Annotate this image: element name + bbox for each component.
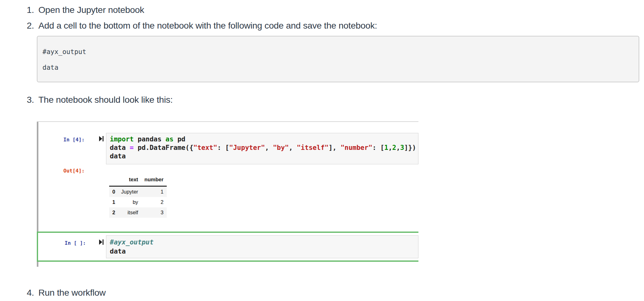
run-cell-icon: [99, 239, 104, 245]
step-3: 3. The notebook should look like this:: [27, 94, 639, 106]
code-cell-input-2: #ayx_outputdata: [106, 235, 418, 258]
step-2: 2. Add a cell to the bottom of the noteb…: [27, 19, 639, 31]
output-prompt: Out[4]:: [37, 168, 85, 174]
step-2-number: 2.: [27, 19, 38, 31]
input-prompt-cell-1: In [4]:: [37, 137, 85, 143]
notebook-screenshot: In [4]: import pandas as pddata = pd.Dat…: [37, 121, 418, 267]
step-4-text: Run the workflow: [38, 287, 106, 298]
step-1: 1. Open the Jupyter notebook: [27, 4, 639, 16]
step-1-text: Open the Jupyter notebook: [38, 4, 144, 16]
dataframe-output: textnumber0Jupyter11by22itself3: [109, 177, 167, 218]
step-2-text: Add a cell to the bottom of the notebook…: [38, 19, 377, 31]
step-4-number: 4.: [27, 287, 38, 298]
run-cell-icon: [99, 136, 104, 142]
step-4: 4. Run the workflow: [27, 287, 639, 298]
step-3-number: 3.: [27, 94, 38, 106]
code-line-2: data: [42, 64, 59, 71]
input-prompt-cell-2: In [ ]:: [38, 240, 86, 246]
code-cell-input-1: import pandas as pddata = pd.DataFrame({…: [106, 133, 418, 164]
selected-code-cell: In [ ]: #ayx_outputdata: [37, 232, 418, 262]
code-snippet-block: #ayx_output data: [37, 36, 639, 82]
step-3-text: The notebook should look like this:: [38, 94, 173, 106]
step-1-number: 1.: [27, 4, 38, 16]
dataframe-table: textnumber0Jupyter11by22itself3: [109, 177, 167, 218]
code-line-1: #ayx_output: [42, 48, 86, 56]
document-page: 1. Open the Jupyter notebook 2. Add a ce…: [0, 0, 644, 298]
